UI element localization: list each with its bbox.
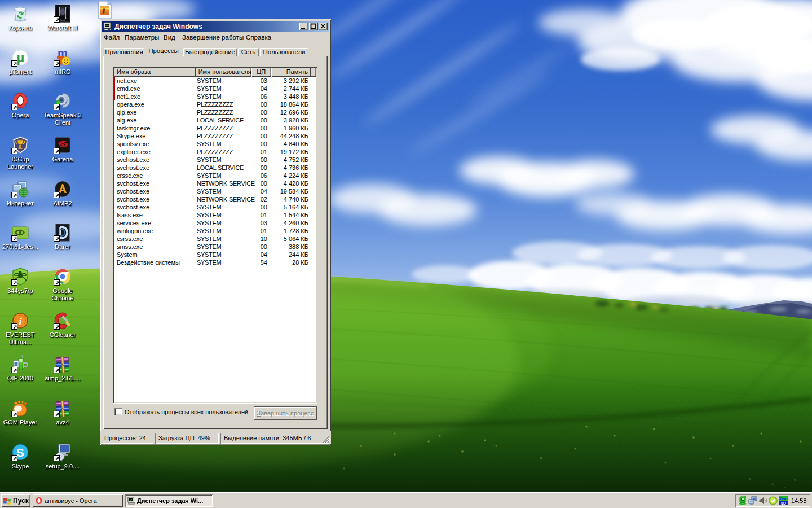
svg-text:i: i	[19, 316, 22, 327]
svg-text:Xear: Xear	[779, 496, 788, 501]
svg-text:3D: 3D	[781, 501, 786, 505]
